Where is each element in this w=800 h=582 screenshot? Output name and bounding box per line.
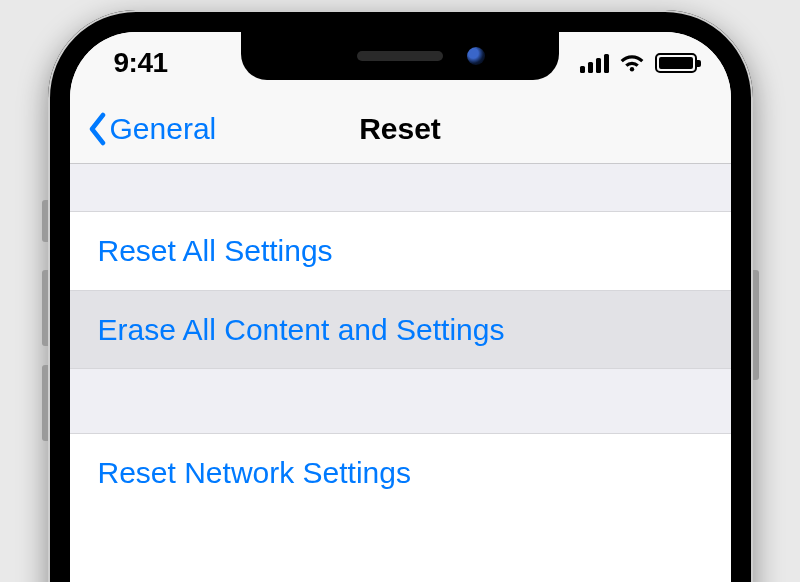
chevron-left-icon <box>88 112 108 146</box>
volume-down-button <box>42 365 48 441</box>
navigation-bar: General Reset <box>70 94 731 164</box>
row-label: Erase All Content and Settings <box>98 313 505 347</box>
group-spacer <box>70 368 731 434</box>
row-reset-network-settings[interactable]: Reset Network Settings <box>70 434 731 512</box>
earpiece-speaker <box>357 51 443 61</box>
phone-frame: 9:41 General Reset <box>48 10 753 582</box>
group-spacer <box>70 164 731 212</box>
wifi-icon <box>619 53 645 73</box>
row-reset-all-settings[interactable]: Reset All Settings <box>70 212 731 290</box>
row-erase-all-content-and-settings[interactable]: Erase All Content and Settings <box>70 290 731 368</box>
mute-switch <box>42 200 48 242</box>
volume-up-button <box>42 270 48 346</box>
side-button <box>753 270 759 380</box>
back-label: General <box>110 112 217 146</box>
status-indicators <box>580 53 697 73</box>
screen: 9:41 General Reset <box>70 32 731 582</box>
status-time: 9:41 <box>114 47 168 79</box>
row-label: Reset Network Settings <box>98 456 411 490</box>
page-title: Reset <box>359 112 441 146</box>
front-camera <box>467 47 485 65</box>
back-button[interactable]: General <box>88 112 217 146</box>
cellular-signal-icon <box>580 53 609 73</box>
row-label: Reset All Settings <box>98 234 333 268</box>
notch <box>241 32 559 80</box>
battery-icon <box>655 53 697 73</box>
